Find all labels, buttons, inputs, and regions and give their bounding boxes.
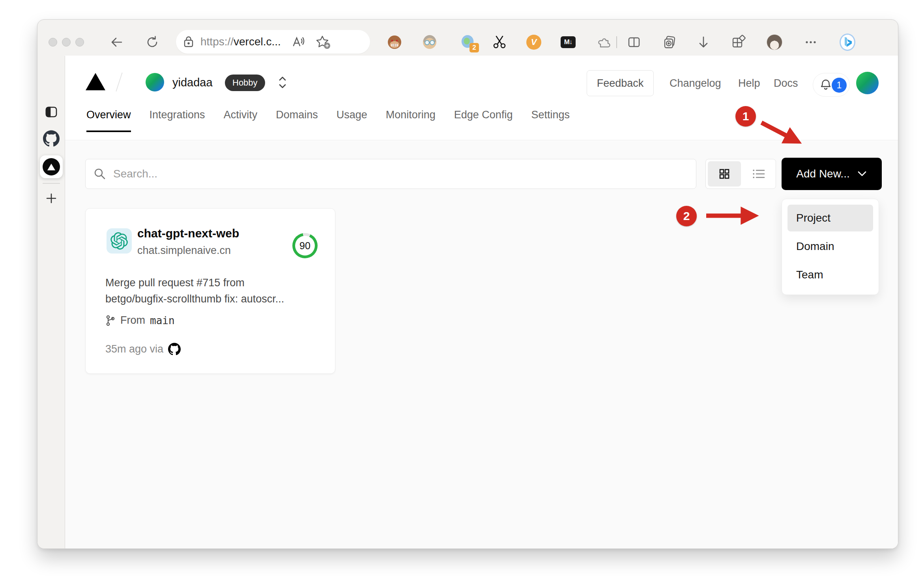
plan-badge: Hobby	[225, 75, 265, 91]
window-minimize-button[interactable]	[62, 38, 71, 47]
address-bar[interactable]: https://vercel.c...	[176, 30, 370, 54]
refresh-icon[interactable]	[145, 35, 160, 50]
chevron-down-icon	[857, 170, 867, 177]
url-scheme: https://	[200, 35, 234, 48]
vercel-page: yidadaa Hobby Feedback Changelog Help Do…	[65, 56, 898, 548]
download-icon[interactable]	[696, 34, 711, 50]
tab-monitoring[interactable]: Monitoring	[386, 109, 436, 132]
dropdown-item-team[interactable]: Team	[787, 261, 873, 288]
browser-sidebar	[37, 56, 65, 548]
person-icon[interactable]	[422, 34, 438, 50]
tab-settings[interactable]: Settings	[531, 109, 570, 132]
tab-overview[interactable]: Overview	[86, 109, 131, 132]
feedback-button[interactable]: Feedback	[587, 70, 654, 96]
vercel-favicon[interactable]	[40, 155, 63, 178]
view-toggle	[705, 159, 776, 189]
tampermonkey-icon[interactable]	[387, 34, 402, 50]
browser-toolbar: https://vercel.c... 2	[37, 20, 898, 56]
more-icon[interactable]	[803, 34, 819, 50]
changelog-link[interactable]: Changelog	[670, 77, 721, 90]
feedback-label: Feedback	[597, 77, 644, 90]
team-switcher-icon[interactable]	[277, 75, 288, 92]
browser-window: https://vercel.c... 2	[37, 19, 898, 549]
team-name[interactable]: yidadaa	[172, 76, 213, 89]
back-icon[interactable]	[109, 35, 124, 50]
markdown-label: M↓	[564, 38, 572, 46]
search-box	[85, 159, 696, 189]
dropdown-item-domain[interactable]: Domain	[787, 233, 873, 260]
add-new-label: Add New...	[796, 168, 849, 180]
notification-count-badge: 1	[832, 78, 847, 93]
session-icon[interactable]: 2	[460, 34, 476, 50]
extensions-puzzle-icon[interactable]	[596, 34, 612, 50]
team-avatar[interactable]	[146, 73, 164, 91]
from-label: From	[120, 314, 145, 326]
deployed-time: 35m ago via	[105, 343, 163, 355]
github-icon	[168, 343, 181, 355]
panel-toggle-icon[interactable]	[37, 105, 65, 119]
scissors-icon[interactable]	[492, 34, 507, 50]
commit-line-2: betgo/bugfix-scrollthumb fix: autoscr...	[105, 291, 318, 307]
profile-avatar[interactable]	[767, 34, 782, 50]
project-domain[interactable]: chat.simplenaive.cn	[137, 244, 231, 257]
score-value: 90	[299, 240, 310, 252]
markdown-icon[interactable]: M↓	[560, 34, 576, 50]
project-card[interactable]: chat-gpt-next-web chat.simplenaive.cn 90…	[85, 208, 335, 374]
search-icon	[94, 168, 106, 180]
user-avatar[interactable]	[856, 72, 879, 94]
annotation-step-2: 2	[676, 206, 697, 226]
url-host: vercel.c...	[234, 35, 281, 48]
annotation-step-1: 1	[735, 106, 756, 127]
toolbar-divider	[616, 36, 617, 48]
lock-icon	[183, 36, 194, 48]
v-extension-icon[interactable]: V	[526, 34, 542, 50]
split-screen-icon[interactable]	[626, 34, 642, 50]
docs-link[interactable]: Docs	[774, 77, 798, 90]
openai-project-icon	[107, 228, 132, 254]
commit-line-1: Merge pull request #715 from	[105, 275, 318, 291]
bing-icon[interactable]	[840, 34, 855, 50]
tab-domains[interactable]: Domains	[276, 109, 318, 132]
github-favicon[interactable]	[37, 130, 65, 147]
help-link[interactable]: Help	[738, 77, 760, 90]
add-new-dropdown: Project Domain Team	[782, 199, 879, 295]
branch-name: main	[150, 315, 175, 326]
extension-badge: 2	[469, 43, 479, 52]
git-branch-icon	[105, 315, 116, 326]
favorite-add-icon[interactable]	[316, 35, 329, 48]
add-new-button[interactable]: Add New...	[782, 158, 882, 190]
grid-view-button[interactable]	[708, 161, 741, 187]
vercel-logo[interactable]	[86, 73, 105, 90]
window-close-button[interactable]	[49, 38, 57, 47]
screenshot-root: https://vercel.c... 2	[0, 0, 924, 582]
sidebar-divider	[43, 183, 60, 184]
list-view-button[interactable]	[743, 159, 776, 188]
vercel-body: Add New... Project Domain Team chat-gpt-…	[65, 141, 898, 548]
score-ring: 90	[292, 233, 318, 258]
tab-usage[interactable]: Usage	[337, 109, 367, 132]
project-name[interactable]: chat-gpt-next-web	[137, 227, 239, 240]
apps-layout-icon[interactable]	[731, 34, 746, 50]
search-input[interactable]	[113, 168, 688, 180]
tab-activity[interactable]: Activity	[224, 109, 258, 132]
breadcrumb-slash	[116, 73, 122, 91]
v-extension-label: V	[531, 37, 537, 47]
tab-integrations[interactable]: Integrations	[150, 109, 205, 132]
new-tab-plus-icon[interactable]	[37, 192, 65, 205]
commit-message: Merge pull request #715 from betgo/bugfi…	[105, 275, 318, 307]
branch-row: From main	[105, 314, 175, 326]
tab-edge-config[interactable]: Edge Config	[454, 109, 513, 132]
deployment-meta: 35m ago via	[105, 343, 181, 355]
read-aloud-icon[interactable]	[292, 35, 305, 48]
bell-icon	[819, 78, 832, 93]
dropdown-item-project[interactable]: Project	[787, 205, 873, 231]
nav-tabs: Overview Integrations Activity Domains U…	[86, 109, 570, 132]
collections-icon[interactable]	[662, 34, 677, 50]
vercel-header: yidadaa Hobby Feedback Changelog Help Do…	[65, 56, 898, 140]
window-zoom-button[interactable]	[75, 38, 84, 47]
